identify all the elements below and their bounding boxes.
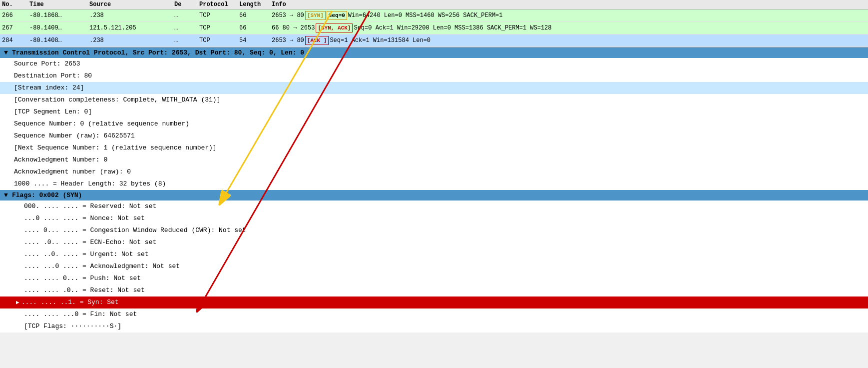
detail-field-source-port: Source Port: 2653 xyxy=(0,58,868,70)
detail-field-ecn: .... .0.. .... = ECN-Echo: Not set xyxy=(0,236,868,248)
col-header-dest: De xyxy=(174,1,199,8)
detail-field-acknowledgment: .... ...0 .... = Acknowledgment: Not set xyxy=(0,260,868,272)
detail-field-tcp-flags: [TCP Flags: ··········S·] xyxy=(0,320,868,332)
detail-field-reserved: 000. .... .... = Reserved: Not set xyxy=(0,200,868,212)
col-header-no: No. xyxy=(2,1,29,8)
packet-len: 54 xyxy=(239,36,272,46)
info-prefix: 2653 → 80 xyxy=(272,10,304,20)
tcp-header-label: Transmission Control Protocol, Src Port:… xyxy=(12,49,304,56)
detail-field-reset: .... .... .0.. = Reset: Not set xyxy=(0,284,868,296)
syn-badge: [SYN] xyxy=(305,11,326,20)
chevron-down-icon: ▼ xyxy=(4,49,10,56)
packet-time: -80.1409… xyxy=(29,23,89,33)
packet-dest: … xyxy=(174,23,199,33)
detail-field-ack-num: Acknowledgment Number: 0 xyxy=(0,154,868,166)
detail-field-seq-num-raw: Sequence Number (raw): 64625571 xyxy=(0,130,868,142)
detail-field-next-seq: [Next Sequence Number: 1 (relative seque… xyxy=(0,142,868,154)
detail-field-header-len: 1000 .... = Header Length: 32 bytes (8) xyxy=(0,178,868,190)
info-suffix: Win=64240 Len=0 MSS=1460 WS=256 SACK_PER… xyxy=(348,10,503,20)
packet-info: 2653 → 80 [ACK ] Seq=1 Ack=1 Win=131584 … xyxy=(272,36,866,46)
packet-no: 266 xyxy=(2,10,29,20)
packet-no: 284 xyxy=(2,36,29,46)
detail-field-nonce: ...0 .... .... = Nonce: Not set xyxy=(0,212,868,224)
col-header-source: Source xyxy=(89,1,174,8)
detail-field-syn: ▶ .... .... ..1. = Syn: Set xyxy=(0,296,868,308)
detail-field-tcp-seg-len: [TCP Segment Len: 0] xyxy=(0,106,868,118)
table-row[interactable]: 266 -80.1868… .238 … TCP 66 2653 → 80 [S… xyxy=(0,10,868,22)
table-row[interactable]: 284 -80.1408… .238 … TCP 54 2653 → 80 [A… xyxy=(0,34,868,47)
flags-label: Flags: 0x002 (SYN) xyxy=(12,192,82,199)
col-header-info: Info xyxy=(272,1,866,8)
table-row[interactable]: 267 -80.1409… 121.5.121.205 … TCP 66 66 … xyxy=(0,22,868,34)
packet-info: 2653 → 80 [SYN] Seq=0 Win=64240 Len=0 MS… xyxy=(272,10,866,20)
info-suffix: Seq=0 Ack=1 Win=29200 Len=0 MSS=1386 SAC… xyxy=(354,23,551,33)
packet-proto: TCP xyxy=(199,23,239,33)
flags-section-header[interactable]: ▼ Flags: 0x002 (SYN) xyxy=(0,190,868,200)
packet-proto: TCP xyxy=(199,36,239,46)
syn-set-label: .... .... ..1. = Syn: Set xyxy=(21,298,119,308)
detail-field-fin: .... .... ...0 = Fin: Not set xyxy=(0,308,868,320)
packet-no: 267 xyxy=(2,23,29,33)
tcp-header-row[interactable]: ▼ Transmission Control Protocol, Src Por… xyxy=(0,48,868,58)
packet-source: .238 xyxy=(89,10,174,20)
seq-badge: Seq=0 xyxy=(327,11,347,20)
packet-dest: … xyxy=(174,36,199,46)
packet-len: 66 xyxy=(239,23,272,33)
info-suffix: Seq=1 Ack=1 Win=131584 Len=0 xyxy=(330,36,431,46)
ack-badge: [ACK ] xyxy=(305,36,329,45)
packet-source: .238 xyxy=(89,36,174,46)
packet-source: 121.5.121.205 xyxy=(89,23,174,33)
expand-icon[interactable]: ▶ xyxy=(16,298,19,308)
col-header-time: Time xyxy=(29,1,89,8)
wireshark-window: No. Time Source De Protocol Length Info … xyxy=(0,0,868,368)
col-header-length: Length xyxy=(239,1,272,8)
info-prefix: 66 80 → 2653 xyxy=(272,23,315,33)
detail-field-urgent: .... ..0. .... = Urgent: Not set xyxy=(0,248,868,260)
detail-field-stream-index: [Stream index: 24] xyxy=(0,82,868,94)
detail-field-conv-completeness: [Conversation completeness: Complete, WI… xyxy=(0,94,868,106)
col-header-protocol: Protocol xyxy=(199,1,239,8)
packet-proto: TCP xyxy=(199,10,239,20)
packet-info: 66 80 → 2653 [SYN, ACK] Seq=0 Ack=1 Win=… xyxy=(272,23,866,33)
chevron-down-icon: ▼ xyxy=(4,192,10,199)
detail-field-ack-num-raw: Acknowledgment number (raw): 0 xyxy=(0,166,868,178)
detail-field-cwr: .... 0... .... = Congestion Window Reduc… xyxy=(0,224,868,236)
packet-list-header: No. Time Source De Protocol Length Info xyxy=(0,0,868,10)
info-prefix: 2653 → 80 xyxy=(272,36,304,46)
packet-time: -80.1868… xyxy=(29,10,89,20)
detail-field-dest-port: Destination Port: 80 xyxy=(0,70,868,82)
packet-list: 266 -80.1868… .238 … TCP 66 2653 → 80 [S… xyxy=(0,10,868,48)
detail-panel: ▼ Transmission Control Protocol, Src Por… xyxy=(0,48,868,332)
detail-field-seq-num: Sequence Number: 0 (relative sequence nu… xyxy=(0,118,868,130)
packet-len: 66 xyxy=(239,10,272,20)
packet-time: -80.1408… xyxy=(29,36,89,46)
syn-ack-badge: [SYN, ACK] xyxy=(316,24,353,32)
detail-field-push: .... .... 0... = Push: Not set xyxy=(0,272,868,284)
packet-dest: … xyxy=(174,10,199,20)
